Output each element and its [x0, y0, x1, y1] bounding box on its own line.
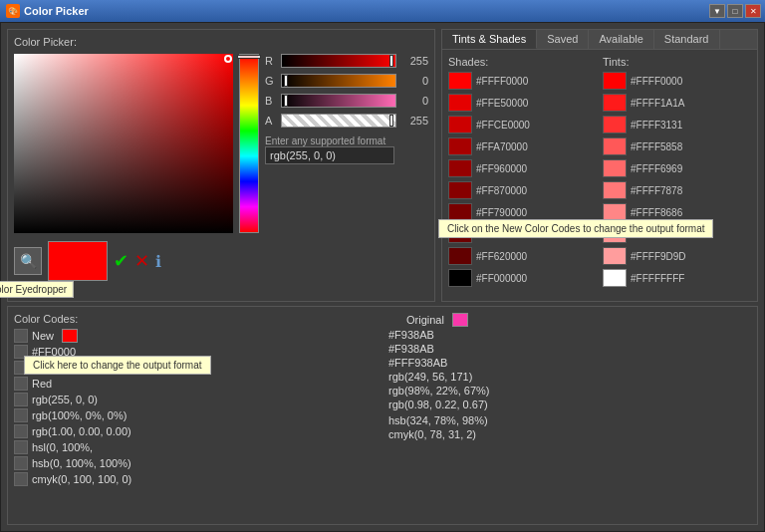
tint-label-1: #FFFF0000: [631, 76, 682, 87]
shades-column: Shades: #FFFF0000 #FFE50000 #FFCE0000 #F…: [448, 56, 597, 295]
tints-column: Tints: #FFFF0000 #FFFF1A1A #FFFF3131 #FF…: [603, 56, 751, 295]
r-label: R: [265, 55, 277, 67]
main-window: Color Picker: R: [0, 22, 765, 532]
orig-code-row-5[interactable]: rgb(98%, 22%, 67%): [388, 385, 751, 397]
maximize-button[interactable]: □: [727, 4, 743, 18]
shade-item-1[interactable]: #FFFF0000: [448, 72, 597, 90]
minimize-button[interactable]: ▼: [709, 4, 725, 18]
code-icon-3: [14, 377, 28, 391]
hue-slider[interactable]: [239, 54, 259, 233]
code-row-hsl[interactable]: hsl(0, 100%, Click here to change the ou…: [14, 440, 377, 454]
shade-label-7: #FF790000: [476, 207, 527, 218]
code-text-5: rgb(100%, 0%, 0%): [32, 409, 127, 421]
format-tooltip: Click here to change the output format: [24, 356, 211, 375]
tint-label-9: #FFFF9D9D: [631, 251, 686, 262]
orig-code-row-8[interactable]: hsb(324, 78%, 98%): [388, 414, 751, 426]
close-button[interactable]: ✕: [745, 4, 761, 18]
blue-slider[interactable]: [281, 94, 396, 108]
code-row-rgb1[interactable]: rgb(1.00, 0.00, 0.00): [14, 424, 377, 438]
code-text-9: cmyk(0, 100, 100, 0): [32, 473, 131, 485]
tint-item-1[interactable]: #FFFF0000: [603, 72, 751, 90]
tint-item-4[interactable]: #FFFF5858: [603, 137, 751, 155]
shade-label-1: #FFFF0000: [476, 76, 528, 87]
shade-item-4[interactable]: #FFA70000: [448, 137, 597, 155]
title-bar: 🎨 Color Picker ▼ □ ✕: [0, 0, 765, 22]
shade-item-2[interactable]: #FFE50000: [448, 94, 597, 112]
shade-label-2: #FFE50000: [476, 98, 528, 109]
code-text-6: rgb(1.00, 0.00, 0.00): [32, 425, 131, 437]
picker-top: R 255 G 0 B: [14, 54, 428, 233]
new-label: New: [32, 330, 54, 342]
orig-code-text-2: #F938AB: [388, 343, 434, 355]
shade-swatch-2: [448, 94, 472, 112]
color-picker-label: Color Picker:: [14, 36, 428, 48]
orig-code-row-1[interactable]: #F938AB: [388, 329, 751, 341]
tab-saved[interactable]: Saved: [537, 30, 589, 49]
tint-item-5[interactable]: #FFFF6969: [603, 159, 751, 177]
preview-row: 🔍 Color Eyedropper ✔ ✕ ℹ: [14, 241, 428, 281]
code-row-red[interactable]: Red: [14, 377, 377, 391]
code-row-rgb100[interactable]: rgb(100%, 0%, 0%): [14, 408, 377, 422]
info-icon[interactable]: ℹ: [155, 252, 161, 271]
shade-item-9[interactable]: #FF620000: [448, 247, 597, 265]
title-bar-text: Color Picker: [24, 5, 89, 17]
shade-swatch-4: [448, 137, 472, 155]
blue-slider-row: B 0: [265, 94, 428, 108]
shade-item-5[interactable]: #FF960000: [448, 159, 597, 177]
window-controls: ▼ □ ✕: [709, 4, 761, 18]
code-text-7: hsl(0, 100%,: [32, 441, 93, 453]
alpha-slider[interactable]: [281, 114, 396, 128]
shade-swatch-6: [448, 181, 472, 199]
original-label-row: Original: [388, 313, 751, 327]
shade-swatch-1: [448, 72, 472, 90]
hue-handle: [237, 55, 261, 59]
r-value: 255: [400, 55, 428, 67]
blue-thumb: [284, 95, 288, 107]
red-slider[interactable]: [281, 54, 396, 68]
tint-item-2[interactable]: #FFFF1A1A: [603, 94, 751, 112]
tab-available[interactable]: Available: [589, 30, 653, 49]
gradient-square[interactable]: [14, 54, 233, 233]
picker-cursor: [224, 55, 232, 63]
orig-code-text-4: rgb(249, 56, 171): [388, 371, 472, 383]
green-slider[interactable]: [281, 74, 396, 88]
orig-code-row-4[interactable]: rgb(249, 56, 171): [388, 371, 751, 383]
shade-item-10[interactable]: #FF000000: [448, 269, 597, 287]
format-label: Enter any supported format: [265, 135, 428, 146]
tint-swatch-5: [603, 159, 627, 177]
orig-code-row-3[interactable]: #FFF938AB: [388, 357, 751, 369]
code-row-cmyk[interactable]: cmyk(0, 100, 100, 0): [14, 472, 377, 486]
new-color-preview[interactable]: [48, 241, 108, 281]
code-row-hsb[interactable]: hsb(0, 100%, 100%): [14, 456, 377, 470]
a-label: A: [265, 115, 277, 127]
orig-code-row-2[interactable]: #F938AB: [388, 343, 751, 355]
new-color-row[interactable]: New: [14, 329, 377, 343]
tint-label-7: #FFFF8686: [631, 207, 682, 218]
code-icon-4: [14, 393, 28, 406]
g-label: G: [265, 75, 277, 87]
shade-item-6[interactable]: #FF870000: [448, 181, 597, 199]
red-thumb: [389, 55, 393, 67]
orig-code-text-8: hsb(324, 78%, 98%): [388, 414, 488, 426]
b-value: 0: [400, 95, 428, 107]
tint-item-6[interactable]: #FFFF7878: [603, 181, 751, 199]
format-input[interactable]: [265, 146, 394, 164]
orig-code-row-6[interactable]: rgb(0.98, 0.22, 0.67): [388, 399, 751, 410]
code-row-rgb255[interactable]: rgb(255, 0, 0): [14, 393, 377, 406]
tint-swatch-2: [603, 94, 627, 112]
tint-item-3[interactable]: #FFFF3131: [603, 116, 751, 133]
tint-item-10[interactable]: #FFFFFFFF: [603, 269, 751, 287]
cancel-icon[interactable]: ✕: [134, 250, 149, 272]
orig-code-row-9[interactable]: cmyk(0, 78, 31, 2): [388, 428, 751, 440]
b-label: B: [265, 95, 277, 107]
tint-item-9[interactable]: #FFFF9D9D: [603, 247, 751, 265]
tab-tints-shades[interactable]: Tints & Shades: [442, 30, 537, 49]
tint-swatch-1: [603, 72, 627, 90]
tab-standard[interactable]: Standard: [654, 30, 720, 49]
codes-right-column: Original #F938AB #F938AB #FFF938AB rgb(2…: [388, 313, 751, 518]
shade-label-4: #FFA70000: [476, 141, 528, 152]
eyedropper-tooltip: Color Eyedropper: [0, 281, 74, 298]
confirm-icon[interactable]: ✔: [114, 250, 128, 272]
shade-item-3[interactable]: #FFCE0000: [448, 116, 597, 133]
eyedropper-button[interactable]: 🔍 Color Eyedropper: [14, 247, 42, 275]
